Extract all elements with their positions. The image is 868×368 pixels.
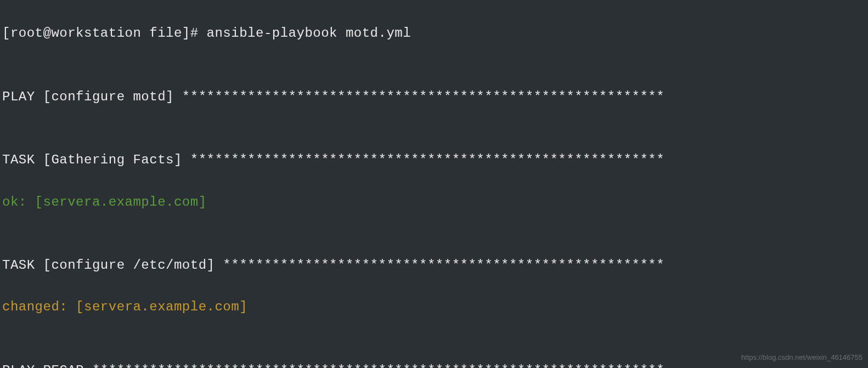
task-configure-motd-result: changed: [servera.example.com] — [2, 297, 866, 318]
watermark-text: https://blog.csdn.net/weixin_46146755 — [741, 352, 863, 364]
play-header: PLAY [configure motd] ******************… — [2, 87, 866, 107]
play-recap-header: PLAY RECAP *****************************… — [2, 360, 866, 368]
task-configure-motd-header: TASK [configure /etc/motd] *************… — [2, 255, 866, 276]
task-gathering-facts-header: TASK [Gathering Facts] *****************… — [2, 150, 866, 171]
command-prompt: [root@workstation file]# ansible-playboo… — [2, 23, 866, 44]
terminal-output: [root@workstation file]# ansible-playboo… — [2, 2, 866, 368]
task-gathering-facts-result: ok: [servera.example.com] — [2, 192, 866, 213]
